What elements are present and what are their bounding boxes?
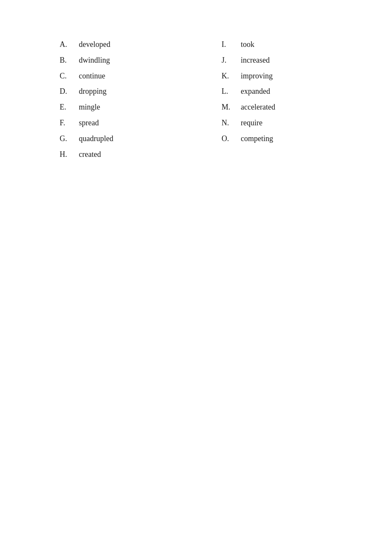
list-item: N.require	[222, 117, 349, 129]
item-text: created	[79, 148, 101, 161]
right-column: I.tookJ.increasedK.improvingL.expandedM.…	[222, 38, 349, 164]
list-item: L.expanded	[222, 85, 349, 98]
item-label: A.	[60, 38, 79, 51]
item-text: spread	[79, 117, 99, 129]
item-label: B.	[60, 54, 79, 66]
item-label: M.	[222, 101, 241, 113]
item-text: continue	[79, 70, 105, 82]
item-text: dropping	[79, 85, 107, 98]
item-label: H.	[60, 148, 79, 161]
list-item: D.dropping	[60, 85, 222, 98]
item-text: mingle	[79, 101, 100, 113]
item-label: N.	[222, 117, 241, 129]
item-label: F.	[60, 117, 79, 129]
list-item: O.competing	[222, 133, 349, 145]
list-item: A.developed	[60, 38, 222, 51]
item-label: J.	[222, 54, 241, 66]
list-item: E.mingle	[60, 101, 222, 113]
main-content: A.developedB.dwindlingC.continueD.droppi…	[0, 0, 392, 164]
item-label: L.	[222, 85, 241, 98]
list-item: J.increased	[222, 54, 349, 66]
item-text: quadrupled	[79, 133, 113, 145]
item-text: took	[241, 38, 254, 51]
list-item: C.continue	[60, 70, 222, 82]
list-item: K.improving	[222, 70, 349, 82]
item-text: increased	[241, 54, 270, 66]
item-text: accelerated	[241, 101, 275, 113]
list-item: H.created	[60, 148, 222, 161]
list-item: M.accelerated	[222, 101, 349, 113]
list-item: I.took	[222, 38, 349, 51]
list-item: F.spread	[60, 117, 222, 129]
item-label: G.	[60, 133, 79, 145]
item-label: K.	[222, 70, 241, 82]
item-label: I.	[222, 38, 241, 51]
list-item: G.quadrupled	[60, 133, 222, 145]
list-item: B.dwindling	[60, 54, 222, 66]
item-label: C.	[60, 70, 79, 82]
item-label: O.	[222, 133, 241, 145]
item-text: developed	[79, 38, 110, 51]
item-text: dwindling	[79, 54, 110, 66]
item-text: improving	[241, 70, 273, 82]
item-label: E.	[60, 101, 79, 113]
item-text: competing	[241, 133, 273, 145]
item-text: expanded	[241, 85, 270, 98]
item-label: D.	[60, 85, 79, 98]
left-column: A.developedB.dwindlingC.continueD.droppi…	[60, 38, 222, 164]
item-text: require	[241, 117, 262, 129]
